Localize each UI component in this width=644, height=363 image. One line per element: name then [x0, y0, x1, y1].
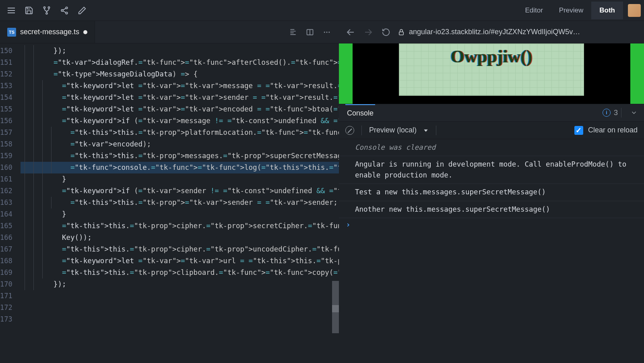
avatar[interactable] [628, 4, 641, 17]
console-log-message: Angular is running in development mode. … [339, 156, 644, 184]
svg-point-15 [328, 31, 330, 33]
console-header: Console i 3 [339, 104, 644, 122]
console-count: 3 [614, 109, 618, 117]
clear-console-icon[interactable] [345, 126, 354, 135]
back-icon[interactable] [345, 26, 357, 38]
chevron-down-icon[interactable] [630, 109, 638, 116]
code-line[interactable]: ="tk-func">console.="tk-func">="tk-func"… [21, 162, 339, 173]
top-toolbar: Editor Preview Both [0, 0, 644, 21]
lock-icon [398, 29, 405, 36]
edit-icon[interactable] [74, 2, 90, 19]
view-tab-both[interactable]: Both [591, 2, 623, 19]
console-prompt[interactable] [339, 218, 644, 232]
code-line[interactable]: Key()); [21, 232, 339, 243]
file-tab-bar: TS secret-message.ts [0, 21, 339, 43]
code-line[interactable]: ="tk-this">this.="tk-prop">cipher.="tk-p… [21, 220, 339, 232]
code-line[interactable]: ="tk-this">this.="tk-prop">clipboard.="t… [21, 267, 339, 278]
split-editor-icon[interactable] [303, 25, 317, 39]
code-line[interactable]: ="tk-type">MessageDialogData) => { [21, 68, 339, 80]
svg-point-4 [48, 6, 50, 8]
fork-icon[interactable] [39, 2, 55, 19]
code-line[interactable]: }); [21, 45, 339, 57]
console-controls: Preview (local) ✓ Clear on reload [339, 122, 644, 139]
preview-viewport: Owppjiw() [339, 43, 644, 104]
clear-on-reload-label: Clear on reload [588, 126, 638, 134]
code-line[interactable]: }); [21, 278, 339, 290]
file-tab-name: secret-message.ts [20, 28, 79, 36]
code-line[interactable]: ="tk-keyword">let ="tk-var">="tk-var">ur… [21, 255, 339, 267]
code-line[interactable]: ="tk-this">this.="tk-prop">platformLocat… [21, 127, 339, 138]
console-log-message: Test a new this.messages.superSecretMess… [339, 184, 644, 201]
console-tab[interactable]: Console [345, 104, 375, 122]
svg-point-3 [43, 6, 45, 8]
code-line[interactable]: } [21, 208, 339, 220]
svg-point-6 [66, 7, 68, 9]
code-line[interactable]: ="tk-this">this.="tk-prop">messages.="tk… [21, 150, 339, 162]
code-line[interactable]: ="tk-this">this.="tk-prop">cipher.="tk-p… [21, 243, 339, 255]
url-bar[interactable]: angular-io23.stackblitz.io/#eyJtZXNzYWdl… [398, 28, 638, 36]
format-icon[interactable] [286, 25, 300, 39]
divider [361, 126, 362, 135]
app-canvas: Owppjiw() [399, 43, 584, 96]
code-line[interactable]: ="tk-var">dialogRef.="tk-func">="tk-func… [21, 57, 339, 68]
preview-decoration-left [339, 43, 353, 104]
console-log-message: Another new this.messages.superSecretMes… [339, 201, 644, 218]
menu-icon[interactable] [3, 2, 19, 19]
preview-decoration-right [630, 43, 644, 104]
code-line[interactable]: ="tk-keyword">let ="tk-var">="tk-var">en… [21, 103, 339, 115]
svg-point-14 [326, 31, 328, 33]
svg-point-5 [46, 12, 47, 14]
svg-point-7 [61, 9, 63, 11]
save-icon[interactable] [21, 2, 37, 19]
dropdown-icon [423, 128, 429, 133]
svg-marker-19 [424, 129, 427, 132]
view-tab-editor[interactable]: Editor [517, 2, 551, 19]
preview-toolbar: angular-io23.stackblitz.io/#eyJtZXNzYWdl… [339, 21, 644, 43]
reload-icon[interactable] [380, 26, 392, 38]
scrollbar-thumb[interactable] [332, 305, 339, 312]
code-editor[interactable]: 1501511521531541551561571581591601611621… [0, 43, 339, 363]
code-line[interactable]: ="tk-keyword">let ="tk-var">="tk-var">se… [21, 92, 339, 103]
code-area[interactable]: }); ="tk-var">dialogRef.="tk-func">="tk-… [21, 43, 339, 363]
dirty-indicator-icon [83, 30, 87, 34]
line-gutter: 1501511521531541551561571581591601611621… [0, 43, 21, 363]
app-title: Owppjiw() [451, 46, 533, 67]
code-line[interactable]: ="tk-keyword">let ="tk-var">="tk-var">me… [21, 80, 339, 92]
share-icon[interactable] [56, 2, 72, 19]
svg-point-8 [66, 12, 68, 14]
info-icon: i [603, 109, 611, 117]
console-log[interactable]: Console was clearedAngular is running in… [339, 139, 644, 363]
view-tab-preview[interactable]: Preview [551, 2, 591, 19]
scope-label: Preview (local) [369, 126, 417, 134]
svg-line-9 [63, 8, 66, 10]
divider [436, 126, 436, 135]
url-text: angular-io23.stackblitz.io/#eyJtZXNzYWdl… [409, 28, 580, 36]
more-icon[interactable] [320, 25, 334, 39]
svg-point-13 [324, 31, 325, 33]
forward-icon[interactable] [362, 26, 374, 38]
divider [621, 108, 621, 118]
code-line[interactable]: ="tk-keyword">if (="tk-var">sender != ="… [21, 185, 339, 197]
typescript-icon: TS [7, 28, 16, 37]
svg-line-10 [63, 11, 66, 12]
code-line[interactable]: } [21, 173, 339, 185]
scope-select[interactable]: Preview (local) [369, 126, 429, 134]
clear-on-reload-checkbox[interactable]: ✓ [574, 126, 583, 135]
console-cleared-message: Console was cleared [339, 139, 644, 156]
code-line[interactable]: ="tk-var">encoded); [21, 138, 339, 150]
svg-rect-18 [399, 32, 404, 35]
code-line[interactable]: ="tk-keyword">if (="tk-var">message != =… [21, 115, 339, 127]
code-line[interactable]: ="tk-this">this.="tk-prop">="tk-var">sen… [21, 197, 339, 208]
file-tab[interactable]: TS secret-message.ts [0, 21, 95, 43]
